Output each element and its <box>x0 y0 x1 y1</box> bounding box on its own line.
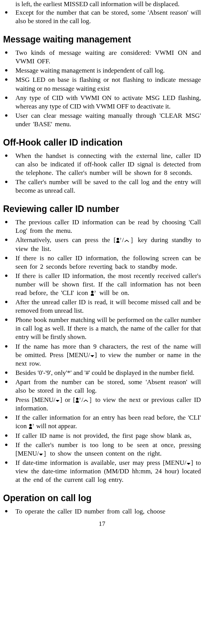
down-icon <box>90 354 95 358</box>
svg-point-6 <box>29 424 32 426</box>
person-question-icon: ? <box>90 290 97 296</box>
list-item: Besides '0'-'9', only'*' and '#' could b… <box>15 369 201 377</box>
section-heading: Message waiting management <box>3 34 201 46</box>
svg-text:?: ? <box>79 397 81 401</box>
list-item: If there is caller ID information, the m… <box>15 272 201 297</box>
text-fragment: Press [MENU/ <box>15 396 55 403</box>
list-item: If there is no caller ID information, th… <box>15 254 201 271</box>
section-heading: Reviewing caller ID number <box>3 203 201 215</box>
up-icon <box>83 399 88 402</box>
svg-text:?: ? <box>120 237 121 241</box>
list-item: If the name has more than 9 characters, … <box>15 342 201 368</box>
svg-point-2 <box>91 291 94 293</box>
document-page: is left, the earliest MISSED call inform… <box>3 0 201 528</box>
text-fragment: If date-time information is available, u… <box>15 459 186 466</box>
section-heading: Operation on call log <box>3 493 201 504</box>
list-item: MSG LED on base is flashing or not flash… <box>15 76 201 93</box>
list-item: If the caller's number is too long to be… <box>15 441 201 458</box>
list-item: Alternatively, users can press the [?/］k… <box>15 236 201 253</box>
section-heading: Off-Hook caller ID indication <box>3 137 201 149</box>
list-item: The previous caller ID information can b… <box>15 218 201 235</box>
list-item: Apart from the number can be stored, som… <box>15 378 201 395</box>
continuation-text: is left, the earliest MISSED call inform… <box>3 0 201 8</box>
list-item: Message waiting management is independen… <box>15 66 201 75</box>
page-number: 17 <box>3 520 201 528</box>
up-icon <box>124 239 129 242</box>
text-fragment: ] or [ <box>60 396 75 403</box>
list-item: Any type of CID with VWMI ON to activate… <box>15 94 201 111</box>
text-fragment: Alternatively, users can press the [ <box>15 236 116 244</box>
svg-point-0 <box>117 238 119 240</box>
list-item: When the handset is connecting with the … <box>15 152 201 177</box>
svg-text:?: ? <box>32 424 34 427</box>
down-icon <box>39 453 43 456</box>
list-item: After the unread caller ID is read, it w… <box>15 298 201 315</box>
list-item: To operate the caller ID number from cal… <box>15 507 201 516</box>
list-item: If the caller information for an entry h… <box>15 414 201 430</box>
list-item: If caller ID name is not provided, the f… <box>15 432 201 440</box>
list-item: Except for the number that can be stored… <box>15 8 201 25</box>
list-item: Two kinds of message waiting are conside… <box>15 49 201 66</box>
list-item: Phone book number matching will be perfo… <box>15 316 201 341</box>
svg-text:?: ? <box>94 290 96 294</box>
svg-point-4 <box>76 398 78 400</box>
text-fragment: ］to show the unseen content on the right… <box>43 450 162 457</box>
text-fragment: will not appear. <box>35 422 77 430</box>
text-fragment: will be on. <box>97 289 129 297</box>
person-question-icon: ? <box>29 424 35 429</box>
down-icon <box>55 399 60 402</box>
list-item: The caller's number will be saved to the… <box>15 178 201 195</box>
list-item: If date-time information is available, u… <box>15 459 201 484</box>
person-question-icon: ? <box>75 397 82 403</box>
list-item: User can clear message waiting manually … <box>15 112 201 129</box>
person-question-icon: ? <box>116 237 122 243</box>
list-item: Press [MENU/] or [?/］to view the next or… <box>15 396 201 413</box>
down-icon <box>186 462 191 465</box>
